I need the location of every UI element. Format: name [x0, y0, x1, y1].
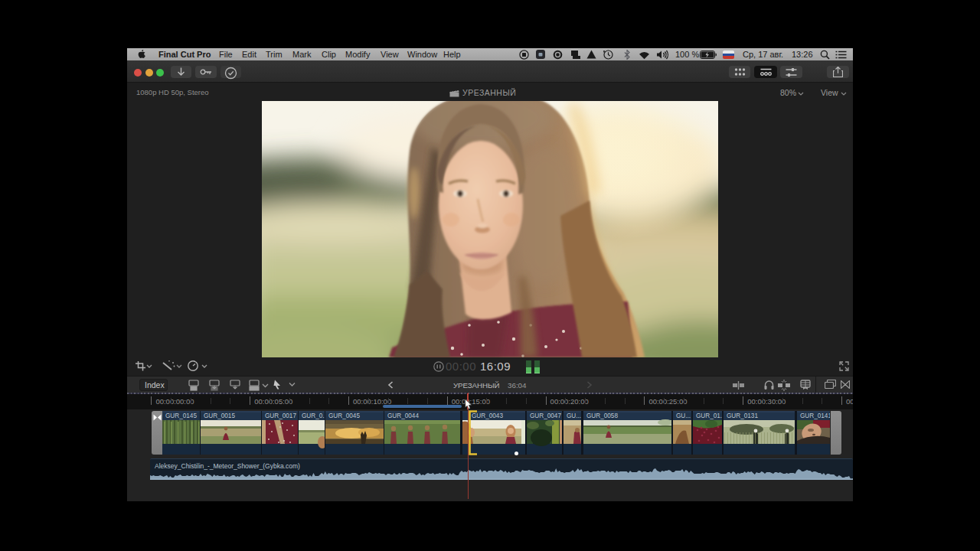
svg-text:GUR_0017: GUR_0017: [265, 412, 296, 419]
svg-text:GUR_0015: GUR_0015: [204, 412, 235, 419]
svg-text:GUR_0047: GUR_0047: [530, 412, 561, 419]
svg-text:GUR_0058: GUR_0058: [586, 412, 618, 419]
svg-text:GUR_0141: GUR_0141: [800, 412, 830, 419]
svg-text:GUR_0045: GUR_0045: [328, 412, 360, 419]
svg-text:GU...: GU...: [567, 412, 581, 419]
svg-text:GUR_01...: GUR_01...: [696, 412, 726, 419]
svg-text:GUR_0044: GUR_0044: [387, 412, 419, 419]
svg-text:GUR_0145: GUR_0145: [165, 412, 197, 419]
svg-text:GUR_0...: GUR_0...: [302, 412, 328, 419]
svg-text:GUR_0131: GUR_0131: [727, 412, 758, 419]
svg-text:GU...: GU...: [676, 412, 691, 419]
